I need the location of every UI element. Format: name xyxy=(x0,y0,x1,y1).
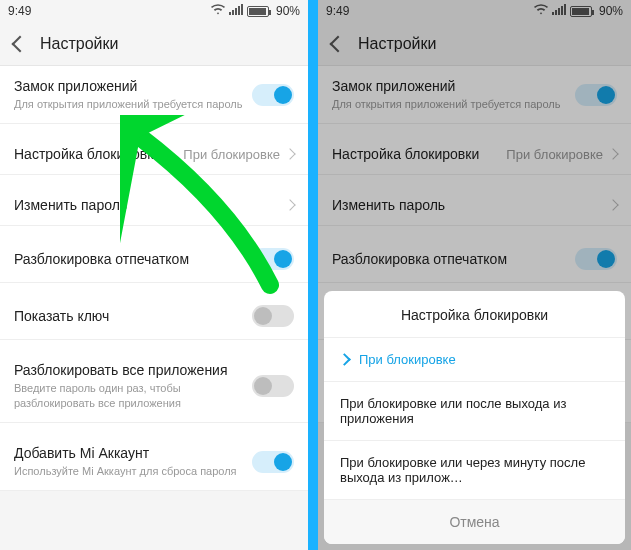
svg-rect-2 xyxy=(235,8,237,15)
row-sub: Используйте Mi Аккаунт для сброса пароля xyxy=(14,464,252,478)
svg-rect-4 xyxy=(241,4,243,15)
row-fingerprint[interactable]: Разблокировка отпечатком xyxy=(0,236,308,283)
wifi-icon xyxy=(211,4,225,18)
battery-percent: 90% xyxy=(276,4,300,18)
row-title: Изменить пароль xyxy=(14,197,286,213)
row-value: При блокировке xyxy=(183,147,280,162)
row-title: Разблокировать все приложения xyxy=(14,362,252,378)
row-title: Показать ключ xyxy=(14,308,252,324)
svg-rect-3 xyxy=(238,6,240,15)
row-title: Разблокировка отпечатком xyxy=(14,251,252,267)
svg-rect-1 xyxy=(232,10,234,15)
settings-list: Замок приложений Для открытия приложений… xyxy=(0,66,308,491)
row-app-lock[interactable]: Замок приложений Для открытия приложений… xyxy=(0,66,308,124)
toggle-app-lock[interactable] xyxy=(252,84,294,106)
chevron-right-icon xyxy=(284,200,295,211)
status-bar: 9:49 90% xyxy=(0,0,308,22)
option-label: При блокировке xyxy=(359,352,456,367)
action-sheet: Настройка блокировки При блокировке При … xyxy=(324,291,625,544)
row-lock-setting[interactable]: Настройка блокировки При блокировке xyxy=(0,134,308,175)
phone-right: 9:49 90% Настройки Замок приложений Для … xyxy=(318,0,631,550)
page-title: Настройки xyxy=(40,35,118,53)
sheet-option-on-lock-or-minute[interactable]: При блокировке или через минуту после вы… xyxy=(324,441,625,500)
option-label: При блокировке или через минуту после вы… xyxy=(340,455,609,485)
toggle-fingerprint[interactable] xyxy=(252,248,294,270)
battery-icon xyxy=(247,6,272,17)
toggle-mi-account[interactable] xyxy=(252,451,294,473)
svg-rect-0 xyxy=(229,12,231,15)
chevron-right-icon xyxy=(284,149,295,160)
row-title: Добавить Mi Аккаунт xyxy=(14,445,252,461)
status-icons: 90% xyxy=(211,4,300,18)
option-label: При блокировке или после выхода из прило… xyxy=(340,396,609,426)
phone-left: 9:49 90% Настройки Замок приложений Для … xyxy=(0,0,308,550)
row-mi-account[interactable]: Добавить Mi Аккаунт Используйте Mi Аккау… xyxy=(0,433,308,491)
back-icon[interactable] xyxy=(12,35,29,52)
row-title: Замок приложений xyxy=(14,78,252,94)
row-unlock-all[interactable]: Разблокировать все приложения Введите па… xyxy=(0,350,308,423)
sheet-cancel[interactable]: Отмена xyxy=(324,500,625,544)
row-sub: Введите пароль один раз, чтобы разблокир… xyxy=(14,381,252,410)
sheet-option-on-lock-or-exit[interactable]: При блокировке или после выхода из прило… xyxy=(324,382,625,441)
sheet-option-on-lock[interactable]: При блокировке xyxy=(324,338,625,382)
row-change-password[interactable]: Изменить пароль xyxy=(0,185,308,226)
row-show-key[interactable]: Показать ключ xyxy=(0,293,308,340)
toggle-show-key[interactable] xyxy=(252,305,294,327)
row-title: Настройка блокировки xyxy=(14,146,183,162)
sheet-title: Настройка блокировки xyxy=(324,291,625,338)
signal-icon xyxy=(229,4,243,18)
toggle-unlock-all[interactable] xyxy=(252,375,294,397)
status-time: 9:49 xyxy=(8,4,31,18)
header: Настройки xyxy=(0,22,308,66)
row-sub: Для открытия приложений требуется пароль xyxy=(14,97,252,111)
